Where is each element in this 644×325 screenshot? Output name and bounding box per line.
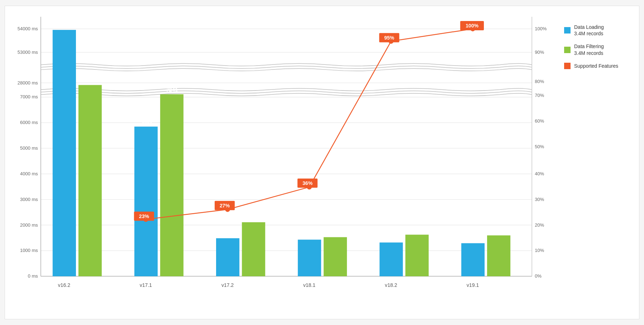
svg-text:5000 ms: 5000 ms [20,145,38,151]
legend-color-red [564,63,571,69]
svg-text:6000 ms: 6000 ms [20,120,38,125]
main-chart: 0 ms 1000 ms 2000 ms 3000 ms 4000 ms 500… [12,13,557,312]
pct-label-v18-1: 36% [302,180,313,186]
svg-text:4000 ms: 4000 ms [20,171,38,176]
bar-v18-1-blue [298,239,321,276]
x-label-v18-2: v18.2 [385,282,397,288]
bar-v18-2-green [405,235,429,277]
svg-text:60%: 60% [535,118,545,124]
legend-label-red: Supported Features [574,63,618,69]
label-v17-2-green: 2112 [248,215,260,221]
svg-text:20%: 20% [535,222,545,228]
svg-text:0%: 0% [535,273,542,279]
x-label-v17-1: v17.1 [140,282,152,288]
svg-text:100%: 100% [535,26,547,31]
pct-label-v19-1: 100% [466,23,479,29]
svg-line-40 [391,29,473,41]
label-v17-2-blue: 1481 [222,231,234,237]
svg-text:70%: 70% [535,93,545,98]
legend-label-green: Data Filtering3.4M records [574,43,604,56]
legend-item-red: Supported Features [564,63,632,69]
bar-v16-2-blue [53,30,76,276]
svg-text:54000 ms: 54000 ms [17,26,38,31]
svg-line-38 [228,187,309,210]
pct-label-v17-2: 27% [220,203,230,208]
svg-text:28000 ms: 28000 ms [17,80,38,86]
bar-v19-1-green [487,236,510,277]
x-label-v16-2: v16.2 [58,282,71,288]
svg-text:7000 ms: 7000 ms [20,94,38,99]
svg-text:10%: 10% [535,248,545,253]
svg-text:80%: 80% [535,79,545,84]
bar-v19-1-blue [461,243,485,276]
bar-v17-2-green [242,222,265,277]
bar-v17-1-blue [134,127,158,276]
chart-container: 0 ms 1000 ms 2000 ms 3000 ms 4000 ms 500… [5,6,639,319]
label-v18-2-green: 1628 [411,227,423,233]
label-v19-1-blue: 1287 [467,236,479,242]
label-v16-2-blue: 53426 [57,22,72,29]
label-v17-1-blue: 5849 [140,119,152,125]
svg-text:1000 ms: 1000 ms [20,248,38,253]
svg-line-37 [146,210,228,220]
legend-item-blue: Data Loading3.4M records [564,24,632,37]
legend: Data Loading3.4M records Data Filtering3… [557,13,635,312]
legend-color-green [564,47,571,53]
svg-text:30%: 30% [535,197,545,202]
chart-area: 0 ms 1000 ms 2000 ms 3000 ms 4000 ms 500… [12,13,557,312]
svg-text:53000 ms: 53000 ms [17,50,38,55]
x-label-v19-1: v19.1 [467,282,479,288]
label-v16-2-green: 27786 [82,78,97,84]
svg-line-39 [309,41,391,187]
legend-item-green: Data Filtering3.4M records [564,43,632,56]
x-label-v18-1: v18.1 [303,282,316,288]
label-v19-1-green: 1601 [493,228,505,234]
svg-text:90%: 90% [535,50,545,55]
bar-v18-2-blue [379,242,403,276]
svg-text:40%: 40% [535,171,545,176]
label-v18-2-blue: 1321 [385,235,398,241]
x-label-v17-2: v17.2 [221,282,234,288]
pct-label-v18-2: 95% [384,35,394,41]
label-v17-1-green: 7241 [166,87,178,93]
svg-text:2000 ms: 2000 ms [20,222,38,228]
bar-v17-1-green [160,94,183,276]
legend-label-blue: Data Loading3.4M records [574,24,604,37]
svg-text:0 ms: 0 ms [28,273,38,279]
svg-text:3000 ms: 3000 ms [20,197,38,202]
pct-label-v17-1: 23% [139,213,149,219]
label-v18-1-blue: 1428 [304,232,316,238]
bar-v17-2-blue [216,238,239,276]
legend-color-blue [564,27,571,33]
svg-text:50%: 50% [535,144,545,149]
bar-v18-1-green [324,237,347,277]
bar-v16-2-green [78,85,102,277]
label-v18-1-green: 1527 [329,230,342,236]
